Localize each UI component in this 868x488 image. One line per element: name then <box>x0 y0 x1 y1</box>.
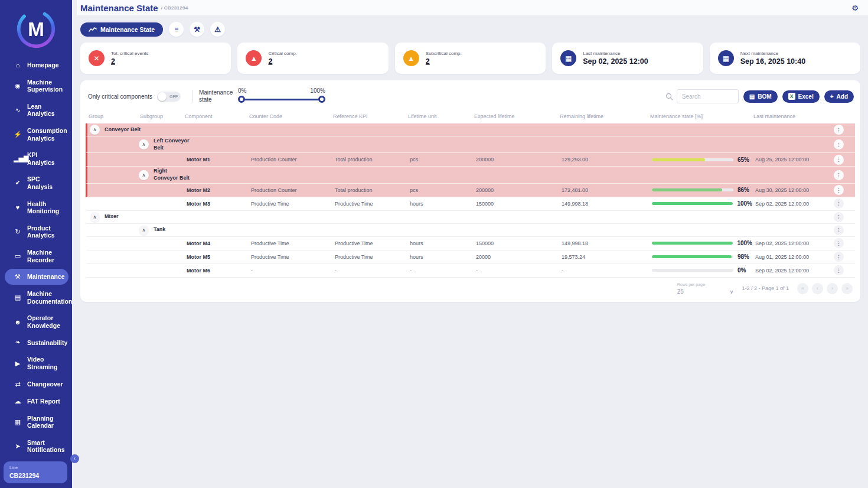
sidebar-item-machine-supervision[interactable]: ◉ Machine Supervision <box>5 74 68 97</box>
add-label: Add <box>837 93 848 100</box>
tab-maintenance-state[interactable]: Maintenance State <box>80 22 163 37</box>
kpi-value[interactable]: 2 <box>268 57 296 66</box>
divider <box>192 90 193 103</box>
sidebar-item-kpi-analytics[interactable]: ▂▅▇ KPI Analytics <box>5 147 68 170</box>
sidebar-item-sustainability[interactable]: ❧ Sustainability <box>5 334 68 350</box>
state-progress-bar <box>652 255 733 258</box>
page-header: Maintenance State / CB231294 ⚙ <box>77 0 868 16</box>
state-percent: 86% <box>738 187 749 193</box>
logo-letter: M <box>28 18 44 40</box>
warning-icon: ⚠ <box>214 25 221 34</box>
sidebar-item-operator-knowledge[interactable]: ☻ Operator Knowledge <box>5 310 68 333</box>
maintenance-state-cell: 100% <box>649 200 752 207</box>
counter-code: - <box>248 268 332 274</box>
row-menu-button[interactable]: ⋮ <box>834 170 844 180</box>
last-maintenance: Sep 02, 2025 12:00:00 <box>752 201 834 207</box>
row-menu-button[interactable]: ⋮ <box>834 139 844 149</box>
reference-kpi: Productive Time <box>332 254 407 260</box>
excel-export-button[interactable]: X Excel <box>782 90 820 103</box>
row-menu-button[interactable]: ⋮ <box>834 238 844 248</box>
sidebar-item-lean-analytics[interactable]: ∿ Lean Analytics <box>5 99 68 122</box>
collapse-chevron-icon[interactable]: ∧ <box>90 212 100 222</box>
toggle-knob <box>158 92 167 101</box>
slider-min-label: 0% <box>238 87 246 94</box>
rows-per-page-value[interactable]: 25 <box>677 288 705 295</box>
kpi-value[interactable]: 2 <box>111 57 149 66</box>
kpi-card-subcritical-comp: ▲ Subcritical comp. 2 <box>395 43 546 74</box>
counter-code: Productive Time <box>248 201 332 207</box>
critical-toggle[interactable]: OFF <box>157 92 181 102</box>
search-input[interactable] <box>677 89 739 103</box>
sidebar-item-health-monitoring[interactable]: ♥ Health Monitoring <box>5 196 68 219</box>
bom-button[interactable]: ▤ BOM <box>743 90 778 103</box>
row-menu-button[interactable]: ⋮ <box>834 225 844 235</box>
first-page-button[interactable]: « <box>797 283 808 294</box>
line-chart-icon: ∿ <box>14 106 22 114</box>
row-menu-button[interactable]: ⋮ <box>834 265 844 275</box>
tools-icon: ⚒ <box>194 25 200 34</box>
toolbar-warning-button[interactable]: ⚠ <box>210 22 225 37</box>
column-header-last-maintenance: Last maintenance <box>750 113 834 119</box>
prev-page-button[interactable]: ‹ <box>812 283 823 294</box>
rows-per-page-chevron-icon[interactable]: ∨ <box>730 289 734 295</box>
row-menu-button[interactable]: ⋮ <box>834 125 844 135</box>
row-menu-button[interactable]: ⋮ <box>834 252 844 262</box>
slider-handle-min[interactable] <box>238 96 245 103</box>
toolbar-tools-button[interactable]: ⚒ <box>190 22 204 37</box>
sidebar-item-label: Product Analytics <box>27 225 65 239</box>
recorder-icon: ▭ <box>14 252 22 260</box>
settings-gear-icon[interactable]: ⚙ <box>851 4 859 12</box>
lifetime-unit: hours <box>407 201 473 207</box>
row-menu-button[interactable]: ⋮ <box>834 199 844 209</box>
collapse-chevron-icon[interactable]: ∧ <box>139 170 149 180</box>
sidebar-item-maintenance[interactable]: ⚒ Maintenance <box>5 269 68 285</box>
kpi-cards: ✕ Tot. critical events 2▲ Critical comp.… <box>79 43 860 74</box>
document-icon: ▤ <box>14 294 22 301</box>
collapse-chevron-icon[interactable]: ∧ <box>139 139 149 149</box>
subgroup-row-tank: ∧Tank⋮ <box>86 224 855 237</box>
reference-kpi: - <box>332 268 407 274</box>
last-page-button[interactable]: » <box>841 283 853 294</box>
slider-track <box>239 99 324 100</box>
state-percent: 0% <box>738 267 746 274</box>
add-button[interactable]: + Add <box>824 90 854 103</box>
sidebar-item-changeover[interactable]: ⇄ Changeover <box>5 376 68 392</box>
sidebar-item-wilson-ai-agents[interactable]: ⚇ Wilson AI Agents <box>5 483 68 488</box>
toolbar-menu-button[interactable]: ≡ <box>169 22 184 37</box>
sidebar-collapse-button[interactable]: ‹ <box>70 454 79 463</box>
column-header-reference-kpi: Reference KPI <box>330 113 405 119</box>
counter-code: Productive Time <box>248 254 332 260</box>
sidebar-item-homepage[interactable]: ⌂ Homepage <box>5 57 68 73</box>
column-header-lifetime-unit: Lifetime unit <box>405 113 471 119</box>
sidebar-item-spc-analysis[interactable]: ✔ SPC Analysis <box>5 171 68 194</box>
line-selector[interactable]: Line CB231294 <box>4 461 67 483</box>
column-header-counter-code: Counter Code <box>246 113 330 119</box>
slider-handle-max[interactable] <box>318 96 325 103</box>
maintenance-table-card: Only critical components OFF Maintenance… <box>80 80 860 302</box>
collapse-chevron-icon[interactable]: ∧ <box>139 225 149 235</box>
sidebar-item-product-analytics[interactable]: ↻ Product Analytics <box>5 220 68 243</box>
subcritical-warning-icon: ▲ <box>403 50 419 66</box>
sidebar-item-planning-calendar[interactable]: ▦ Planning Calendar <box>5 411 68 434</box>
next-page-button[interactable]: › <box>827 283 838 294</box>
sidebar-item-video-streaming[interactable]: ▶ Video Streaming <box>5 352 68 375</box>
kpi-value[interactable]: 2 <box>426 57 462 66</box>
sidebar-item-fat-report[interactable]: ☁ FAT Report <box>5 393 68 409</box>
sidebar-item-smart-notifications[interactable]: ➤ Smart Notifications <box>5 435 68 458</box>
toolbar: Maintenance State ≡⚒⚠ <box>79 16 860 43</box>
component-row-motor-m4: Motor M4Productive TimeProductive Timeho… <box>86 237 855 250</box>
sidebar-item-consumption-analytics[interactable]: ⚡ Consumption Analytics <box>5 123 68 146</box>
sidebar-item-machine-recorder[interactable]: ▭ Machine Recorder <box>5 245 68 268</box>
row-menu-button[interactable]: ⋮ <box>834 155 844 165</box>
collapse-chevron-icon[interactable]: ∧ <box>90 125 100 135</box>
row-menu-button[interactable]: ⋮ <box>834 185 844 195</box>
operator-icon: ☻ <box>14 318 22 326</box>
counter-code: Production Counter <box>248 187 332 193</box>
remaining-lifetime: 149,998.18 <box>559 240 649 246</box>
row-menu-button[interactable]: ⋮ <box>834 212 844 222</box>
play-icon: ▶ <box>14 360 22 367</box>
leaf-icon: ❧ <box>14 339 22 346</box>
page-title: Maintenance State <box>80 3 158 13</box>
column-header-group: Group <box>86 113 137 119</box>
sidebar-item-machine-documentation[interactable]: ▤ Machine Documentation <box>5 286 68 309</box>
